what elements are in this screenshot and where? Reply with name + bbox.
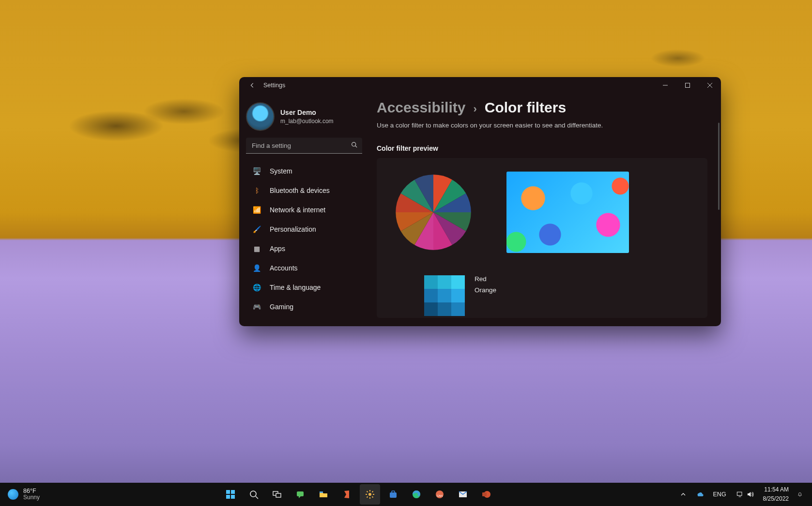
nav-personalization[interactable]: 🖌️ Personalization (242, 220, 366, 239)
svg-rect-5 (231, 495, 235, 499)
chevron-right-icon: › (473, 103, 476, 115)
taskbar-app-edge-canary[interactable]: CAN (429, 484, 450, 505)
search-icon (351, 141, 357, 150)
settings-window: Settings User Demo m_lab@outlook.com (239, 77, 721, 326)
apps-icon: ▦ (253, 245, 261, 253)
taskbar: 86°F Sunny (0, 483, 812, 506)
nav-network[interactable]: 📶 Network & internet (242, 200, 366, 220)
sample-photo-preview (506, 172, 629, 253)
svg-rect-10 (320, 491, 323, 493)
nav-apps[interactable]: ▦ Apps (242, 239, 366, 258)
user-email: m_lab@outlook.com (280, 118, 334, 125)
taskbar-app-edge[interactable] (406, 484, 427, 505)
nav-label: Apps (270, 245, 285, 253)
maximize-button[interactable] (676, 77, 699, 94)
accounts-icon: 👤 (253, 264, 261, 272)
scrollbar[interactable] (718, 123, 720, 210)
nav-label: Network & internet (270, 206, 325, 214)
nav-system[interactable]: 🖥️ System (242, 161, 366, 181)
user-account-block[interactable]: User Demo m_lab@outlook.com (239, 98, 369, 138)
color-swatch-grid (424, 275, 465, 316)
svg-text:CAN: CAN (437, 494, 443, 497)
time-icon: 🌐 (253, 284, 261, 292)
search-settings-input[interactable] (246, 138, 362, 154)
weather-widget[interactable]: 86°F Sunny (4, 488, 40, 501)
nav-label: Gaming (270, 303, 293, 311)
close-button[interactable] (699, 77, 721, 94)
bluetooth-icon: ᛒ (253, 187, 261, 195)
nav-label: Personalization (270, 225, 316, 233)
taskbar-app-explorer[interactable] (313, 484, 334, 505)
nav-bluetooth[interactable]: ᛒ Bluetooth & devices (242, 181, 366, 200)
taskbar-app-mail[interactable] (453, 484, 473, 505)
system-tray: ENG 11:54 AM 8/25/2022 (677, 487, 808, 502)
settings-content: Accessibility › Color filters Use a colo… (369, 94, 721, 326)
task-view-button[interactable] (267, 484, 287, 505)
color-names-list: Red Orange (475, 275, 496, 294)
user-texts: User Demo m_lab@outlook.com (280, 109, 334, 125)
search-input-field[interactable] (252, 142, 346, 149)
color-name-red: Red (475, 275, 496, 283)
taskbar-search-button[interactable] (244, 484, 264, 505)
page-description: Use a color filter to make colors on you… (377, 116, 707, 129)
svg-point-11 (368, 493, 371, 496)
preview-heading: Color filter preview (377, 129, 707, 152)
tray-overflow-button[interactable] (677, 487, 689, 502)
nav-label: Bluetooth & devices (270, 187, 330, 194)
clock-date: 8/25/2022 (763, 496, 789, 502)
svg-rect-20 (737, 492, 742, 495)
breadcrumb-parent[interactable]: Accessibility (377, 99, 465, 116)
nav-time-language[interactable]: 🌐 Time & language (242, 278, 366, 297)
clock-tray[interactable]: 11:54 AM 8/25/2022 (761, 487, 791, 502)
user-name: User Demo (280, 109, 334, 116)
svg-point-1 (352, 142, 356, 146)
weather-desc: Sunny (23, 494, 40, 501)
svg-rect-8 (276, 493, 281, 497)
taskbar-app-powerpoint[interactable] (476, 484, 496, 505)
gaming-icon: 🎮 (253, 303, 261, 311)
clock-time: 11:54 AM (764, 487, 789, 493)
color-wheel-preview (394, 173, 473, 252)
nav-accounts[interactable]: 👤 Accounts (242, 258, 366, 278)
color-filter-preview-card: Red Orange (377, 158, 707, 318)
weather-temp: 86°F (23, 488, 40, 495)
breadcrumb-current: Color filters (485, 99, 566, 116)
nav-label: System (270, 167, 292, 175)
svg-rect-4 (226, 495, 230, 499)
svg-rect-9 (297, 491, 304, 496)
minimize-button[interactable] (654, 77, 676, 94)
svg-rect-3 (231, 490, 235, 494)
settings-sidebar: User Demo m_lab@outlook.com 🖥️ System (239, 94, 369, 326)
tray-onedrive-icon[interactable] (693, 487, 706, 502)
color-name-orange: Orange (475, 286, 496, 294)
system-icon: 🖥️ (253, 167, 261, 175)
back-button[interactable] (244, 77, 260, 94)
user-avatar-icon (246, 102, 275, 131)
taskbar-apps: CAN (40, 484, 677, 505)
language-indicator[interactable]: ENG (710, 487, 729, 502)
taskbar-app-office[interactable] (337, 484, 357, 505)
language-label: ENG (713, 491, 726, 498)
breadcrumb: Accessibility › Color filters (377, 96, 707, 116)
weather-icon (8, 489, 18, 500)
network-icon: 📶 (253, 206, 261, 214)
nav-label: Accounts (270, 264, 298, 272)
notifications-button[interactable] (795, 489, 805, 500)
nav-label: Time & language (270, 284, 321, 291)
svg-rect-13 (392, 491, 395, 493)
taskbar-app-chat[interactable] (290, 484, 310, 505)
svg-rect-2 (226, 490, 230, 494)
window-title: Settings (260, 82, 285, 89)
svg-rect-19 (482, 492, 487, 496)
window-titlebar: Settings (239, 77, 721, 94)
taskbar-app-store[interactable] (383, 484, 403, 505)
taskbar-app-settings[interactable] (360, 484, 380, 505)
personalization-icon: 🖌️ (253, 225, 261, 234)
nav-gaming[interactable]: 🎮 Gaming (242, 297, 366, 316)
svg-rect-0 (686, 83, 690, 88)
svg-point-6 (250, 491, 256, 497)
network-volume-tray[interactable] (733, 487, 757, 502)
settings-nav: 🖥️ System ᛒ Bluetooth & devices 📶 Networ… (239, 157, 369, 316)
start-button[interactable] (220, 484, 241, 505)
